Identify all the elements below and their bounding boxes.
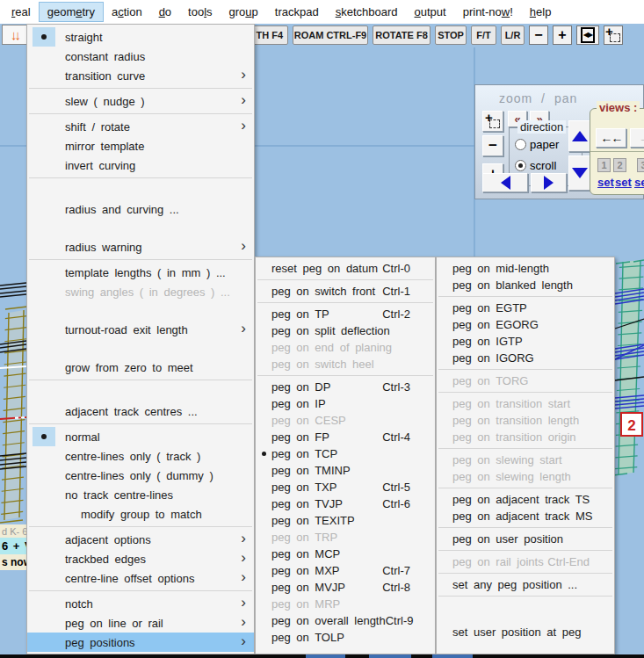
menu-item-template-lengths-in-mm[interactable]: template lengths ( in mm ) ...	[27, 263, 254, 282]
menu-item-peg-on-dp[interactable]: peg on DPCtrl-3	[256, 379, 435, 395]
menubar-item-help[interactable]: help	[522, 3, 560, 21]
menu-item-peg-on-cesp: peg on CESP	[256, 412, 435, 429]
menu-item-peg-on-tolp[interactable]: peg on TOLP	[256, 629, 435, 646]
toolbar-pan-button[interactable]: ◀▶	[576, 25, 599, 45]
menu-item-peg-on-rail-joints: peg on rail jointsCtrl-End	[437, 553, 614, 570]
view-slot-1[interactable]: 1	[597, 158, 611, 172]
menubar-item-sketchboard[interactable]: sketchboard	[328, 3, 406, 21]
menu-item-peg-on-line-or-rail[interactable]: peg on line or rail›	[27, 613, 254, 633]
menu-item-normal[interactable]: normal	[27, 427, 254, 446]
menu-item-no-track-centre-lines[interactable]: no track centre-lines	[27, 485, 254, 504]
menu-item-peg-on-igtp[interactable]: peg on IGTP	[437, 333, 614, 350]
templot-window: 2 realgeometryactiondotoolsgrouptrackpad…	[0, 0, 644, 658]
menu-item-peg-positions[interactable]: peg positions›	[27, 633, 254, 652]
menu-item-centre-lines-only-track[interactable]: centre-lines only ( track )	[27, 446, 254, 466]
pan-up-button[interactable]	[568, 120, 591, 152]
menu-item-peg-on-igorg[interactable]: peg on IGORG	[437, 350, 614, 366]
menu-item-peg-on-mcp[interactable]: peg on MCP	[256, 546, 435, 562]
menu-item-invert-curving[interactable]: invert curving	[27, 155, 254, 175]
view-set-link-1[interactable]: set	[597, 176, 614, 189]
submenu-chevron-icon: ›	[241, 320, 246, 337]
menu-item-straight[interactable]: straight	[27, 27, 254, 47]
pan-right-button[interactable]	[531, 173, 567, 192]
menubar-item-trackpad[interactable]: trackpad	[267, 3, 327, 21]
zoom-out-button[interactable]: −	[482, 135, 503, 156]
menu-item-label: peg on switch heel	[271, 358, 374, 371]
menu-item-centre-lines-only-dummy[interactable]: centre-lines only ( dummy )	[27, 466, 254, 485]
zoom-rectangle-button[interactable]: +	[482, 111, 503, 132]
menu-item-transition-curve[interactable]: transition curve›	[27, 66, 254, 85]
menu-item-slew-nudge[interactable]: slew ( nudge )›	[27, 91, 254, 111]
pan-left-button[interactable]	[482, 173, 528, 192]
toolbar-button-stop[interactable]: STOP	[435, 25, 467, 45]
menu-item-adjacent-track-centres[interactable]: adjacent track centres ...	[27, 401, 254, 421]
menu-item-peg-on-tp[interactable]: peg on TPCtrl-2	[256, 306, 435, 322]
menu-item-peg-on-txp[interactable]: peg on TXPCtrl-5	[256, 479, 435, 495]
menu-item-modify-group-to-match[interactable]: modify group to match	[27, 504, 254, 524]
menu-item-set-any-peg-position[interactable]: set any peg position ...	[437, 576, 614, 593]
menu-item-radius-and-curving[interactable]: radius and curving ...	[27, 199, 254, 219]
pan-down-button[interactable]	[568, 155, 591, 191]
menu-item-peg-on-egtp[interactable]: peg on EGTP	[437, 300, 614, 316]
toolbar-zoom-rectangle-button[interactable]: +	[604, 25, 623, 45]
menubar-item-tools[interactable]: tools	[180, 3, 220, 21]
menu-item-peg-on-slewing-length: peg on slewing length	[437, 468, 614, 485]
menu-item-peg-on-mvjp[interactable]: peg on MVJPCtrl-8	[256, 579, 435, 596]
menu-item-trackbed-edges[interactable]: trackbed edges›	[27, 549, 254, 568]
direction-scroll-radio[interactable]: scroll	[515, 159, 556, 172]
menu-item-constant-radius[interactable]: constant radius	[27, 47, 254, 66]
menu-item-peg-on-overall-length[interactable]: peg on overall lengthCtrl-9	[256, 612, 435, 629]
menu-item-notch[interactable]: notch›	[27, 594, 254, 613]
menu-item-set-user-position-at-peg[interactable]: set user position at peg	[437, 624, 614, 640]
menu-item-turnout-road-exit-length[interactable]: turnout-road exit length›	[27, 320, 254, 339]
toolbar-button-f-t[interactable]: F/T	[471, 25, 496, 45]
menubar-item-action[interactable]: action	[104, 3, 150, 21]
menu-item-reset-peg-on-datum[interactable]: reset peg on datumCtrl-0	[256, 260, 435, 277]
menu-item-centre-line-offset-options[interactable]: centre-line offset options›	[27, 568, 254, 588]
menu-item-peg-on-adjacent-track-ts[interactable]: peg on adjacent track TS	[437, 491, 614, 508]
menubar-item-geometry[interactable]: geometry	[40, 3, 103, 21]
submenu-chevron-icon: ›	[241, 237, 246, 255]
view-set-link-2[interactable]: set	[615, 176, 632, 189]
menu-item-shift-rotate[interactable]: shift / rotate›	[27, 117, 254, 136]
menu-item-peg-on-fp[interactable]: peg on FPCtrl-4	[256, 429, 435, 445]
menubar-item-output[interactable]: output	[407, 3, 454, 21]
menubar-item-real[interactable]: real	[4, 3, 39, 21]
zoom-pan-title: zoom / pan	[499, 91, 577, 105]
toolbar-button-l-r[interactable]: L/R	[501, 25, 525, 45]
toolbar-zoom-in-button[interactable]: +	[553, 25, 572, 45]
menu-item-peg-on-egorg[interactable]: peg on EGORG	[437, 316, 614, 333]
menu-item-peg-on-blanked-length[interactable]: peg on blanked length	[437, 277, 614, 293]
menu-item-mirror-template[interactable]: mirror template	[27, 136, 254, 155]
menubar-item-print-now[interactable]: print-now!	[455, 3, 521, 21]
toolbar-button-roam-ctrl-f9[interactable]: ROAM CTRL-F9	[293, 25, 368, 45]
menubar-item-group[interactable]: group	[221, 3, 266, 21]
menu-item-peg-on-mxp[interactable]: peg on MXPCtrl-7	[256, 562, 435, 579]
menu-item-label: slew ( nudge )	[65, 95, 145, 108]
views-back-button[interactable]: ←←	[596, 128, 626, 148]
menu-item-peg-on-ip[interactable]: peg on IP	[256, 395, 435, 412]
menu-item-peg-on-user-position[interactable]: peg on user position	[437, 531, 614, 547]
menu-item-label: constant radius	[65, 50, 145, 63]
menubar-item-do[interactable]: do	[151, 3, 179, 21]
menu-item-peg-on-tminp[interactable]: peg on TMINP	[256, 462, 435, 479]
menu-item-peg-on-mid-length[interactable]: peg on mid-length	[437, 260, 614, 277]
view-slot-3[interactable]: 3	[637, 158, 644, 172]
menu-item-adjacent-options[interactable]: adjacent options›	[27, 530, 254, 549]
view-set-link-3[interactable]: set	[634, 176, 644, 189]
menu-item-grow-from-zero-to-meet[interactable]: grow from zero to meet	[27, 358, 254, 377]
menu-item-peg-on-tvjp[interactable]: peg on TVJPCtrl-6	[256, 495, 435, 512]
menu-item-peg-on-split-deflection[interactable]: peg on split deflection	[256, 322, 435, 339]
menu-item-label: peg on MXP	[271, 564, 340, 577]
menu-item-peg-on-texitp[interactable]: peg on TEXITP	[256, 512, 435, 529]
menu-item-radius-warning[interactable]: radius warning›	[27, 237, 254, 257]
toolbar-zoom-out-button[interactable]: −	[529, 25, 548, 45]
direction-paper-radio[interactable]: paper	[515, 138, 559, 151]
view-slot-2[interactable]: 2	[613, 158, 626, 172]
menu-item-peg-on-adjacent-track-ms[interactable]: peg on adjacent track MS	[437, 508, 614, 524]
menu-item-peg-on-switch-front[interactable]: peg on switch frontCtrl-1	[256, 283, 435, 300]
menu-item-peg-on-tcp[interactable]: peg on TCP	[256, 445, 435, 462]
toolbar-button-rotate-f8[interactable]: ROTATE F8	[373, 25, 431, 45]
menu-bar: realgeometryactiondotoolsgrouptrackpadsk…	[0, 0, 644, 24]
menu-separator	[27, 588, 254, 594]
